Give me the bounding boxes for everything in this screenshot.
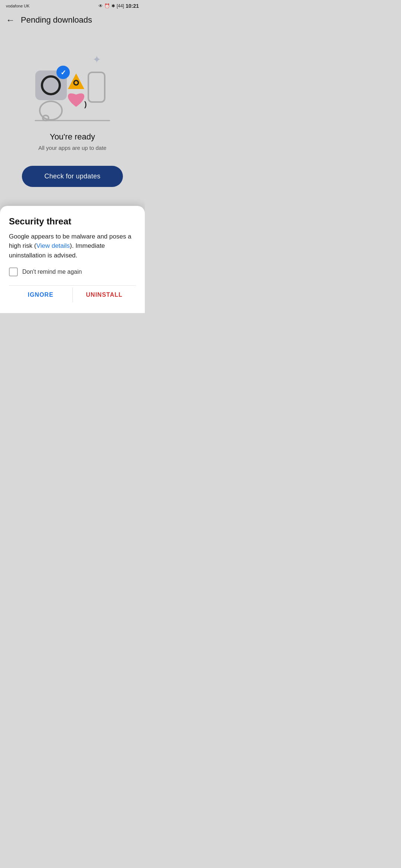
main-content: ✦ ✓ ) You're ready All your apps are up …	[0, 30, 145, 194]
ready-title: You're ready	[50, 132, 95, 142]
header: ← Pending downloads	[0, 10, 145, 30]
status-bar: vodafone UK 👁 ⏰ ✱ [44] 10:21	[0, 0, 145, 10]
carrier-info: vodafone UK	[6, 4, 30, 8]
dialog-title: Security threat	[9, 216, 136, 227]
view-details-link[interactable]: View details	[36, 242, 70, 249]
battery-icon: [44]	[117, 3, 124, 9]
svg-rect-8	[88, 72, 105, 102]
svg-text:✦: ✦	[92, 54, 101, 65]
dont-remind-row[interactable]: Don't remind me again	[9, 267, 136, 276]
back-button[interactable]: ←	[6, 15, 15, 25]
security-threat-dialog: Security threat Google appears to be mal…	[0, 206, 145, 313]
eye-icon: 👁	[98, 3, 103, 9]
svg-marker-5	[68, 73, 84, 89]
apps-illustration: ✦ ✓ )	[28, 52, 117, 126]
up-to-date-subtitle: All your apps are up to date	[38, 145, 106, 151]
svg-text:): )	[84, 100, 87, 108]
check-updates-button[interactable]: Check for updates	[22, 166, 123, 187]
dialog-body: Google appears to be malware and poses a…	[9, 232, 136, 260]
uninstall-button[interactable]: UNINSTALL	[73, 286, 136, 304]
dialog-actions: IGNORE UNINSTALL	[9, 285, 136, 304]
svg-text:✓: ✓	[61, 69, 66, 76]
page-title: Pending downloads	[21, 15, 92, 25]
bluetooth-icon: ✱	[111, 3, 115, 9]
alarm-icon: ⏰	[104, 3, 110, 9]
dont-remind-label: Don't remind me again	[22, 269, 82, 275]
dont-remind-checkbox[interactable]	[9, 267, 18, 276]
ignore-button[interactable]: IGNORE	[9, 286, 72, 304]
time-display: 10:21	[125, 3, 139, 9]
illustration: ✦ ✓ )	[28, 52, 117, 126]
status-right: 👁 ⏰ ✱ [44] 10:21	[98, 3, 139, 9]
